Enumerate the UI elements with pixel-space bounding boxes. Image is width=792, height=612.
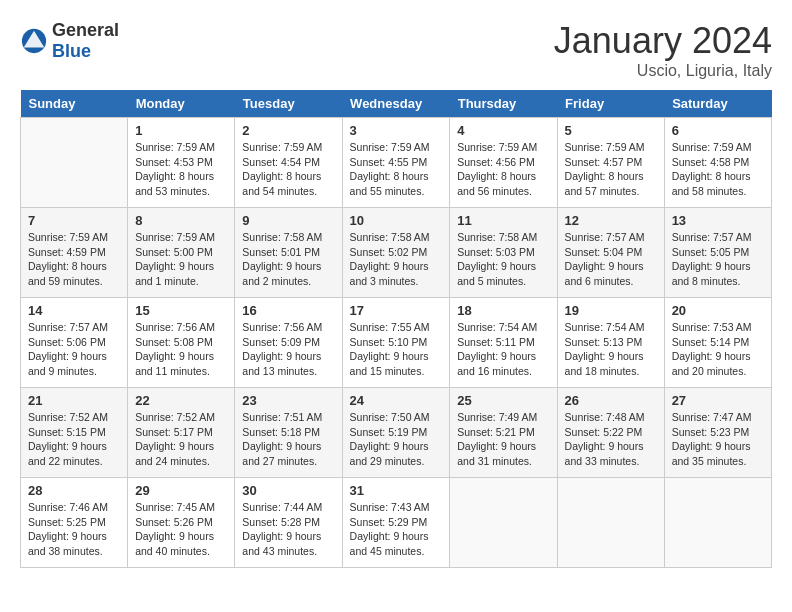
day-number: 2 [242,123,334,138]
calendar-cell: 23Sunrise: 7:51 AMSunset: 5:18 PMDayligh… [235,388,342,478]
week-row-2: 7Sunrise: 7:59 AMSunset: 4:59 PMDaylight… [21,208,772,298]
day-number: 20 [672,303,764,318]
day-info: Sunrise: 7:59 AMSunset: 4:53 PMDaylight:… [135,140,227,199]
day-number: 18 [457,303,549,318]
day-info: Sunrise: 7:57 AMSunset: 5:04 PMDaylight:… [565,230,657,289]
day-info: Sunrise: 7:53 AMSunset: 5:14 PMDaylight:… [672,320,764,379]
day-number: 26 [565,393,657,408]
calendar-cell: 4Sunrise: 7:59 AMSunset: 4:56 PMDaylight… [450,118,557,208]
day-info: Sunrise: 7:56 AMSunset: 5:08 PMDaylight:… [135,320,227,379]
calendar-cell: 2Sunrise: 7:59 AMSunset: 4:54 PMDaylight… [235,118,342,208]
calendar-cell: 14Sunrise: 7:57 AMSunset: 5:06 PMDayligh… [21,298,128,388]
calendar-cell: 30Sunrise: 7:44 AMSunset: 5:28 PMDayligh… [235,478,342,568]
calendar-cell [450,478,557,568]
day-info: Sunrise: 7:51 AMSunset: 5:18 PMDaylight:… [242,410,334,469]
calendar-header: General Blue January 2024 Uscio, Liguria… [20,20,772,80]
day-number: 14 [28,303,120,318]
logo-text-blue: Blue [52,41,91,61]
day-number: 4 [457,123,549,138]
day-number: 12 [565,213,657,228]
week-row-4: 21Sunrise: 7:52 AMSunset: 5:15 PMDayligh… [21,388,772,478]
day-info: Sunrise: 7:44 AMSunset: 5:28 PMDaylight:… [242,500,334,559]
calendar-cell: 22Sunrise: 7:52 AMSunset: 5:17 PMDayligh… [128,388,235,478]
calendar-cell: 19Sunrise: 7:54 AMSunset: 5:13 PMDayligh… [557,298,664,388]
day-number: 10 [350,213,443,228]
day-info: Sunrise: 7:54 AMSunset: 5:11 PMDaylight:… [457,320,549,379]
calendar-cell: 15Sunrise: 7:56 AMSunset: 5:08 PMDayligh… [128,298,235,388]
logo-icon [20,27,48,55]
day-number: 24 [350,393,443,408]
calendar-cell: 21Sunrise: 7:52 AMSunset: 5:15 PMDayligh… [21,388,128,478]
day-number: 6 [672,123,764,138]
day-info: Sunrise: 7:54 AMSunset: 5:13 PMDaylight:… [565,320,657,379]
calendar-cell: 1Sunrise: 7:59 AMSunset: 4:53 PMDaylight… [128,118,235,208]
calendar-cell: 3Sunrise: 7:59 AMSunset: 4:55 PMDaylight… [342,118,450,208]
calendar-cell: 13Sunrise: 7:57 AMSunset: 5:05 PMDayligh… [664,208,771,298]
day-number: 5 [565,123,657,138]
calendar-cell: 11Sunrise: 7:58 AMSunset: 5:03 PMDayligh… [450,208,557,298]
calendar-table: SundayMondayTuesdayWednesdayThursdayFrid… [20,90,772,568]
day-number: 23 [242,393,334,408]
day-number: 25 [457,393,549,408]
day-info: Sunrise: 7:58 AMSunset: 5:03 PMDaylight:… [457,230,549,289]
day-number: 16 [242,303,334,318]
calendar-cell: 28Sunrise: 7:46 AMSunset: 5:25 PMDayligh… [21,478,128,568]
calendar-cell: 5Sunrise: 7:59 AMSunset: 4:57 PMDaylight… [557,118,664,208]
logo-text-general: General [52,20,119,40]
day-info: Sunrise: 7:59 AMSunset: 4:54 PMDaylight:… [242,140,334,199]
day-number: 31 [350,483,443,498]
day-number: 15 [135,303,227,318]
day-info: Sunrise: 7:57 AMSunset: 5:05 PMDaylight:… [672,230,764,289]
day-number: 9 [242,213,334,228]
day-number: 19 [565,303,657,318]
day-info: Sunrise: 7:50 AMSunset: 5:19 PMDaylight:… [350,410,443,469]
calendar-cell [664,478,771,568]
day-info: Sunrise: 7:46 AMSunset: 5:25 PMDaylight:… [28,500,120,559]
calendar-cell: 29Sunrise: 7:45 AMSunset: 5:26 PMDayligh… [128,478,235,568]
day-info: Sunrise: 7:58 AMSunset: 5:02 PMDaylight:… [350,230,443,289]
week-row-1: 1Sunrise: 7:59 AMSunset: 4:53 PMDaylight… [21,118,772,208]
calendar-cell: 10Sunrise: 7:58 AMSunset: 5:02 PMDayligh… [342,208,450,298]
logo: General Blue [20,20,119,62]
day-number: 13 [672,213,764,228]
day-info: Sunrise: 7:58 AMSunset: 5:01 PMDaylight:… [242,230,334,289]
day-info: Sunrise: 7:45 AMSunset: 5:26 PMDaylight:… [135,500,227,559]
day-info: Sunrise: 7:59 AMSunset: 4:57 PMDaylight:… [565,140,657,199]
calendar-cell: 27Sunrise: 7:47 AMSunset: 5:23 PMDayligh… [664,388,771,478]
day-number: 22 [135,393,227,408]
header-day-monday: Monday [128,90,235,118]
day-number: 30 [242,483,334,498]
day-info: Sunrise: 7:52 AMSunset: 5:17 PMDaylight:… [135,410,227,469]
header-day-sunday: Sunday [21,90,128,118]
day-info: Sunrise: 7:56 AMSunset: 5:09 PMDaylight:… [242,320,334,379]
day-number: 28 [28,483,120,498]
calendar-cell: 12Sunrise: 7:57 AMSunset: 5:04 PMDayligh… [557,208,664,298]
calendar-cell: 16Sunrise: 7:56 AMSunset: 5:09 PMDayligh… [235,298,342,388]
calendar-cell: 6Sunrise: 7:59 AMSunset: 4:58 PMDaylight… [664,118,771,208]
calendar-cell: 18Sunrise: 7:54 AMSunset: 5:11 PMDayligh… [450,298,557,388]
day-info: Sunrise: 7:59 AMSunset: 5:00 PMDaylight:… [135,230,227,289]
header-day-thursday: Thursday [450,90,557,118]
day-number: 7 [28,213,120,228]
day-info: Sunrise: 7:49 AMSunset: 5:21 PMDaylight:… [457,410,549,469]
calendar-cell: 26Sunrise: 7:48 AMSunset: 5:22 PMDayligh… [557,388,664,478]
day-info: Sunrise: 7:43 AMSunset: 5:29 PMDaylight:… [350,500,443,559]
calendar-cell: 7Sunrise: 7:59 AMSunset: 4:59 PMDaylight… [21,208,128,298]
calendar-cell [21,118,128,208]
calendar-title: January 2024 [554,20,772,62]
calendar-cell: 24Sunrise: 7:50 AMSunset: 5:19 PMDayligh… [342,388,450,478]
calendar-cell: 20Sunrise: 7:53 AMSunset: 5:14 PMDayligh… [664,298,771,388]
week-row-3: 14Sunrise: 7:57 AMSunset: 5:06 PMDayligh… [21,298,772,388]
calendar-cell: 25Sunrise: 7:49 AMSunset: 5:21 PMDayligh… [450,388,557,478]
day-number: 17 [350,303,443,318]
day-info: Sunrise: 7:59 AMSunset: 4:55 PMDaylight:… [350,140,443,199]
header-row: SundayMondayTuesdayWednesdayThursdayFrid… [21,90,772,118]
day-number: 8 [135,213,227,228]
day-info: Sunrise: 7:59 AMSunset: 4:59 PMDaylight:… [28,230,120,289]
day-number: 27 [672,393,764,408]
day-info: Sunrise: 7:59 AMSunset: 4:58 PMDaylight:… [672,140,764,199]
day-info: Sunrise: 7:52 AMSunset: 5:15 PMDaylight:… [28,410,120,469]
calendar-cell: 17Sunrise: 7:55 AMSunset: 5:10 PMDayligh… [342,298,450,388]
header-day-saturday: Saturday [664,90,771,118]
header-day-friday: Friday [557,90,664,118]
